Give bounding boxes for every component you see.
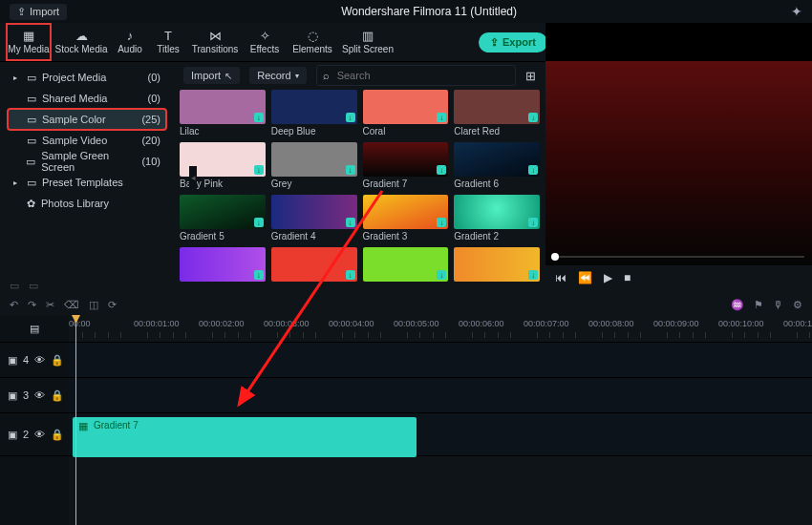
title-bar: ⇪ Import Wondershare Filmora 11 (Untitle… [0,0,812,23]
preview-progress[interactable] [553,256,804,258]
tips-icon[interactable]: ✦ [791,4,802,19]
image-icon: ▦ [23,30,34,42]
sidebar-item-sample-color[interactable]: ▭Sample Color(25) [8,109,166,130]
download-badge-icon: ↓ [528,218,538,227]
timecode: 00:00:05:00 [394,319,439,328]
sidebar-item-project-media[interactable]: ▸▭Project Media(0) [8,67,166,88]
tab-elements[interactable]: ◌Elements [287,23,338,61]
asset-row4-12[interactable]: ↓ [180,247,266,284]
tab-stock-media[interactable]: ☁Stock Media [52,23,111,61]
tab-my-media[interactable]: ▦My Media [6,23,52,61]
import-dropdown[interactable]: Import↖ [183,67,240,84]
tab-split-screen[interactable]: ▥Split Screen [338,23,397,61]
mixer-icon[interactable]: ♒ [731,299,744,311]
sidebar-item-sample-green-screen[interactable]: ▭Sample Green Screen(10) [8,151,166,172]
stop-button[interactable]: ■ [624,271,630,284]
delete-icon[interactable]: ⌫ [64,299,79,311]
marker-icon[interactable]: ⚑ [754,299,763,311]
folder-icon[interactable]: ▭ [10,280,19,292]
asset-gradient-5[interactable]: ↓Gradient 5 [180,195,266,242]
split-icon: ▥ [362,30,374,42]
clip-gradient7[interactable]: ▦ Gradient 7 [73,417,417,457]
preview-playhead[interactable] [551,253,559,261]
asset-gradient-2[interactable]: ↓Gradient 2 [454,195,540,242]
download-badge-icon: ↓ [254,165,264,175]
asset-lilac[interactable]: ↓Lilac [180,90,266,136]
chevron-right-icon: ▸ [13,178,21,187]
download-badge-icon: ↓ [346,270,355,280]
lock-icon[interactable]: 🔒 [51,354,64,367]
asset-gradient-3[interactable]: ↓Gradient 3 [363,195,449,242]
import-top-button[interactable]: ⇪ Import [10,4,67,20]
preview-viewport[interactable] [545,61,812,265]
asset-deep-blue[interactable]: ↓Deep Blue [271,90,357,136]
asset-browser: Import↖ Record▾ ⌕ ⊞ ↓Lilac↓Deep Blue↓Cor… [174,61,545,290]
speed-icon[interactable]: ⟳ [108,299,117,311]
cut-icon[interactable]: ✂ [46,299,54,311]
adjust-icon[interactable]: ⚙ [793,299,802,311]
eye-icon[interactable]: 👁 [34,429,45,440]
tab-transitions[interactable]: ⋈Transitions [187,23,243,61]
folder2-icon[interactable]: ▭ [29,280,38,292]
sidebar-label: Shared Media [42,93,108,104]
tab-titles[interactable]: TTitles [149,23,187,61]
track-head-2[interactable]: ▣2👁🔒 [0,413,69,456]
track-global-icon[interactable]: ▤ [0,315,69,343]
asset-label: Gradient 4 [271,231,357,242]
asset-row4-15[interactable]: ↓ [454,247,540,284]
search-input[interactable] [335,69,509,82]
tab-effects[interactable]: ✧Effects [243,23,287,61]
sidebar-item-photos-library[interactable]: ✿Photos Library [8,193,166,214]
download-badge-icon: ↓ [437,165,446,175]
undo-icon[interactable]: ↶ [10,299,18,311]
asset-gradient-6[interactable]: ↓Gradient 6 [454,142,540,189]
asset-gradient-4[interactable]: ↓Gradient 4 [271,195,357,242]
cursor-icon: ↖ [224,71,232,81]
mic-icon[interactable]: 🎙 [773,299,783,310]
download-badge-icon: ↓ [437,270,446,280]
track-2[interactable]: ▦ Gradient 7 [69,413,812,456]
step-back-button[interactable]: ⏪ [578,271,592,284]
folder-icon: ▭ [27,177,36,189]
playhead[interactable] [75,315,76,525]
lock-icon[interactable]: 🔒 [51,389,64,402]
prev-button[interactable]: ⏮ [555,271,566,284]
track-4[interactable] [69,343,812,378]
record-dropdown[interactable]: Record▾ [249,67,306,84]
timeline-body[interactable]: 00:0000:00:01:0000:00:02:0000:00:03:0000… [69,315,812,525]
asset-row4-13[interactable]: ↓ [271,247,357,284]
asset-claret-red[interactable]: ↓Claret Red [454,90,540,136]
download-badge-icon: ↓ [254,113,264,122]
sidebar-item-preset-templates[interactable]: ▸▭Preset Templates [8,172,166,193]
asset-label: Lilac [180,126,266,136]
lock-icon[interactable]: 🔒 [51,429,64,441]
track-head-4[interactable]: ▣4👁🔒 [0,343,69,378]
window-title: Wondershare Filmora 11 (Untitled) [76,5,781,18]
asset-label: Deep Blue [271,126,357,136]
grid-view-icon[interactable]: ⊞ [525,69,536,83]
time-ruler[interactable]: 00:0000:00:01:0000:00:02:0000:00:03:0000… [69,315,812,343]
export-button[interactable]: ⇪ Export [479,32,547,52]
folder-icon: ▭ [27,93,36,105]
asset-row4-14[interactable]: ↓ [363,247,449,284]
download-badge-icon: ↓ [528,113,538,122]
track-3[interactable] [69,378,812,413]
eye-icon[interactable]: 👁 [34,354,45,366]
search-box[interactable]: ⌕ [316,65,516,86]
video-icon: ▣ [8,429,17,441]
asset-coral[interactable]: ↓Coral [363,90,449,136]
asset-gradient-7[interactable]: ↓Gradient 7 [363,142,449,189]
sidebar-collapse-handle[interactable]: ◂ [189,166,197,189]
eye-icon[interactable]: 👁 [34,389,45,401]
chevron-down-icon: ▾ [295,72,299,80]
tab-audio[interactable]: ♪Audio [111,23,149,61]
sidebar-count: (10) [141,156,160,167]
sidebar-item-shared-media[interactable]: ▭Shared Media(0) [8,88,166,109]
play-button[interactable]: ▶ [604,271,612,284]
crop-icon[interactable]: ◫ [89,299,98,311]
redo-icon[interactable]: ↷ [28,299,36,311]
track-head-3[interactable]: ▣3👁🔒 [0,378,69,413]
sidebar-item-sample-video[interactable]: ▭Sample Video(20) [8,130,166,151]
sidebar-count: (20) [141,135,160,146]
asset-grey[interactable]: ↓Grey [271,142,357,189]
